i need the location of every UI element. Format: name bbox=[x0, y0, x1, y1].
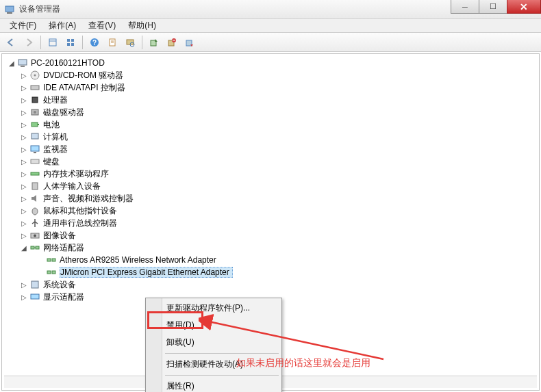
collapse-icon[interactable]: ◢ bbox=[20, 244, 28, 252]
back-button[interactable] bbox=[3, 35, 19, 50]
tree-node-usb[interactable]: ▷ 通用串行总线控制器 bbox=[5, 217, 539, 229]
tree-node-dvd[interactable]: ▷ DVD/CD-ROM 驱动器 bbox=[5, 69, 539, 81]
keyboard-icon bbox=[29, 156, 40, 167]
uninstall-button[interactable] bbox=[164, 35, 180, 50]
expand-icon[interactable]: ▷ bbox=[20, 219, 28, 227]
expand-icon[interactable]: ▷ bbox=[20, 280, 28, 289]
tree-node-jmicron[interactable]: JMicron PCI Express Gigabit Ethernet Ada… bbox=[5, 266, 539, 278]
ide-icon bbox=[29, 82, 40, 93]
selected-device-label: JMicron PCI Express Gigabit Ethernet Ada… bbox=[60, 267, 233, 278]
disable-button[interactable] bbox=[181, 35, 198, 50]
help-button[interactable]: ? bbox=[86, 35, 103, 50]
tree-node-battery[interactable]: ▷ 电池 bbox=[5, 118, 539, 131]
tree-node-hid[interactable]: ▷ 人体学输入设备 bbox=[5, 180, 539, 192]
svg-rect-29 bbox=[38, 124, 39, 125]
expand-icon[interactable]: ▷ bbox=[20, 108, 28, 116]
update-driver-button[interactable] bbox=[146, 35, 162, 50]
menu-uninstall[interactable]: 卸载(U) bbox=[147, 334, 280, 351]
svg-rect-30 bbox=[32, 133, 38, 139]
speaker-icon bbox=[29, 193, 40, 204]
svg-text:?: ? bbox=[92, 39, 97, 47]
window-controls: ─ ☐ ✕ bbox=[451, 0, 541, 14]
menu-bar: 文件(F) 操作(A) 查看(V) 帮助(H) bbox=[0, 19, 541, 33]
tree-node-keyboard[interactable]: ▷ 键盘 bbox=[5, 155, 539, 168]
expand-icon[interactable]: ▷ bbox=[20, 194, 28, 202]
svg-rect-20 bbox=[18, 60, 27, 65]
tree-node-disk[interactable]: ▷ 磁盘驱动器 bbox=[5, 106, 539, 118]
expand-icon[interactable]: ▷ bbox=[20, 133, 28, 141]
expand-icon[interactable]: ▷ bbox=[20, 207, 28, 215]
device-tree[interactable]: ◢ PC-20160121HTOD ▷ DVD/CD-ROM 驱动器 ▷ IDE… bbox=[2, 54, 539, 303]
root-label: PC-20160121HTOD bbox=[31, 58, 105, 68]
tree-node-system[interactable]: ▷ 系统设备 bbox=[5, 278, 539, 291]
expand-icon[interactable]: ▷ bbox=[20, 293, 28, 301]
camera-icon bbox=[29, 230, 40, 241]
expand-icon[interactable]: ▷ bbox=[20, 145, 28, 153]
network-icon bbox=[29, 242, 40, 253]
title-bar: 设备管理器 ─ ☐ ✕ bbox=[0, 0, 541, 19]
menu-view[interactable]: 查看(V) bbox=[83, 18, 121, 33]
expand-icon[interactable]: ▷ bbox=[20, 120, 28, 129]
expand-icon[interactable]: ▷ bbox=[20, 182, 28, 190]
tree-node-ide[interactable]: ▷ IDE ATA/ATAPI 控制器 bbox=[5, 81, 539, 94]
menu-disable[interactable]: 禁用(D) bbox=[147, 317, 280, 334]
menu-help[interactable]: 帮助(H) bbox=[123, 18, 162, 33]
forward-button[interactable] bbox=[21, 35, 37, 50]
scan-button[interactable] bbox=[122, 35, 138, 50]
menu-file[interactable]: 文件(F) bbox=[4, 18, 42, 33]
expand-icon[interactable]: ▷ bbox=[20, 157, 28, 166]
expand-icon[interactable]: ▷ bbox=[20, 170, 28, 178]
svg-rect-46 bbox=[32, 281, 38, 288]
tree-node-memtech[interactable]: ▷ 内存技术驱动程序 bbox=[5, 168, 539, 180]
disc-icon bbox=[29, 70, 40, 81]
tree-node-network[interactable]: ◢ 网络适配器 bbox=[5, 241, 539, 254]
memory-icon bbox=[29, 168, 40, 179]
tree-node-sound[interactable]: ▷ 声音、视频和游戏控制器 bbox=[5, 192, 539, 205]
show-hidden-button[interactable] bbox=[45, 35, 61, 50]
properties-button[interactable] bbox=[104, 35, 121, 50]
expand-icon[interactable]: ▷ bbox=[20, 71, 28, 79]
view-mode-button[interactable] bbox=[62, 35, 79, 50]
hid-icon bbox=[29, 181, 40, 192]
svg-point-38 bbox=[34, 235, 36, 237]
system-icon bbox=[29, 279, 40, 290]
mouse-icon bbox=[29, 205, 40, 216]
svg-rect-7 bbox=[71, 43, 74, 46]
maximize-button[interactable]: ☐ bbox=[479, 0, 507, 14]
collapse-icon[interactable]: ◢ bbox=[8, 59, 16, 67]
tree-root[interactable]: ◢ PC-20160121HTOD bbox=[5, 57, 539, 69]
expand-icon[interactable]: ▷ bbox=[20, 96, 28, 104]
svg-point-23 bbox=[34, 75, 36, 77]
svg-rect-2 bbox=[49, 39, 56, 46]
svg-rect-33 bbox=[31, 159, 39, 164]
toolbar-separator bbox=[82, 36, 83, 49]
minimize-button[interactable]: ─ bbox=[451, 0, 479, 14]
tree-node-cpu[interactable]: ▷ 处理器 bbox=[5, 94, 539, 106]
expand-icon[interactable]: ▷ bbox=[20, 83, 28, 92]
menu-properties[interactable]: 属性(R) bbox=[147, 378, 280, 392]
svg-rect-32 bbox=[34, 152, 36, 153]
app-icon bbox=[4, 4, 15, 15]
menu-action[interactable]: 操作(A) bbox=[43, 18, 81, 33]
window-title: 设备管理器 bbox=[19, 3, 60, 15]
svg-rect-35 bbox=[32, 183, 38, 190]
svg-rect-44 bbox=[47, 271, 51, 274]
tree-node-mouse[interactable]: ▷ 鼠标和其他指针设备 bbox=[5, 205, 539, 217]
tree-node-imaging[interactable]: ▷ 图像设备 bbox=[5, 229, 539, 241]
close-button[interactable]: ✕ bbox=[507, 0, 541, 14]
expand-icon[interactable]: ▷ bbox=[20, 231, 28, 239]
svg-rect-34 bbox=[31, 172, 39, 175]
menu-update-driver[interactable]: 更新驱动程序软件(P)... bbox=[147, 300, 280, 317]
battery-icon bbox=[29, 119, 40, 130]
toolbar-separator bbox=[40, 36, 41, 49]
annotation-text: 如果未启用的话这里就会是启用 bbox=[236, 357, 370, 369]
toolbar-separator bbox=[142, 36, 142, 49]
tree-node-computer[interactable]: ▷ 计算机 bbox=[5, 131, 539, 143]
svg-rect-5 bbox=[71, 39, 74, 42]
computer-icon bbox=[17, 57, 28, 68]
disk-icon bbox=[29, 107, 40, 118]
tree-node-atheros[interactable]: Atheros AR9285 Wireless Network Adapter bbox=[5, 254, 539, 266]
context-menu-gutter bbox=[146, 298, 162, 392]
svg-rect-4 bbox=[67, 39, 70, 42]
tree-node-monitor[interactable]: ▷ 监视器 bbox=[5, 143, 539, 155]
